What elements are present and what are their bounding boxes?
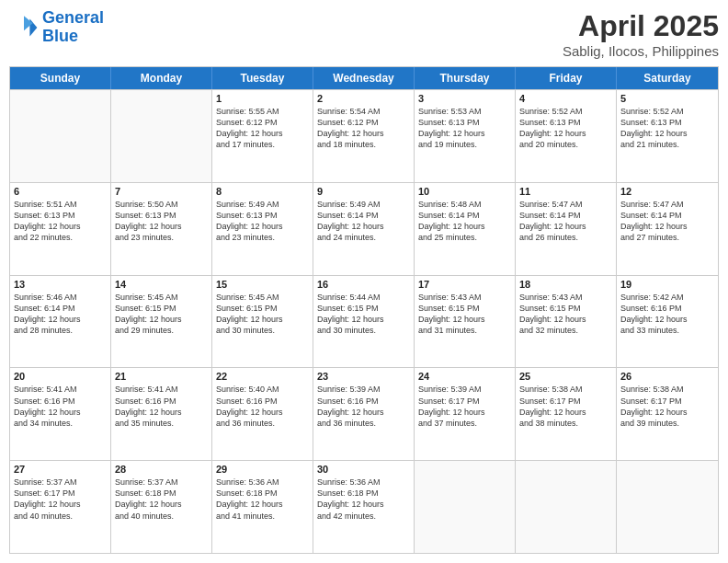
cell-text: Sunrise: 5:49 AM Sunset: 6:14 PM Dayligh… [317,199,410,244]
calendar-cell-4-0: 27Sunrise: 5:37 AM Sunset: 6:17 PM Dayli… [10,461,111,553]
calendar-cell-0-2: 1Sunrise: 5:55 AM Sunset: 6:12 PM Daylig… [212,90,313,182]
day-number: 4 [519,93,612,104]
header-day-friday: Friday [516,67,617,89]
cell-text: Sunrise: 5:38 AM Sunset: 6:17 PM Dayligh… [620,384,714,429]
calendar-cell-4-6 [617,461,718,553]
cell-text: Sunrise: 5:40 AM Sunset: 6:16 PM Dayligh… [216,384,309,429]
cell-text: Sunrise: 5:51 AM Sunset: 6:13 PM Dayligh… [14,199,107,244]
cell-text: Sunrise: 5:43 AM Sunset: 6:15 PM Dayligh… [418,292,511,337]
logo-text: General Blue [42,9,104,46]
day-number: 19 [620,279,714,290]
calendar-cell-4-2: 29Sunrise: 5:36 AM Sunset: 6:18 PM Dayli… [212,461,313,553]
day-number: 12 [620,186,714,197]
calendar-cell-2-5: 18Sunrise: 5:43 AM Sunset: 6:15 PM Dayli… [516,276,617,368]
header-day-monday: Monday [111,67,212,89]
cell-text: Sunrise: 5:47 AM Sunset: 6:14 PM Dayligh… [620,199,714,244]
header-day-wednesday: Wednesday [313,67,415,89]
cell-text: Sunrise: 5:55 AM Sunset: 6:12 PM Dayligh… [216,106,309,151]
day-number: 28 [115,464,208,475]
calendar-cell-2-6: 19Sunrise: 5:42 AM Sunset: 6:16 PM Dayli… [617,276,718,368]
day-number: 3 [418,93,511,104]
logo-line2: Blue [42,27,78,45]
day-number: 8 [216,186,309,197]
calendar-cell-1-2: 8Sunrise: 5:49 AM Sunset: 6:13 PM Daylig… [212,183,313,275]
calendar-cell-0-3: 2Sunrise: 5:54 AM Sunset: 6:12 PM Daylig… [313,90,415,182]
calendar-cell-1-6: 12Sunrise: 5:47 AM Sunset: 6:14 PM Dayli… [617,183,718,275]
svg-marker-0 [29,18,37,36]
day-number: 27 [14,464,107,475]
calendar-cell-1-4: 10Sunrise: 5:48 AM Sunset: 6:14 PM Dayli… [415,183,516,275]
day-number: 6 [14,186,107,197]
calendar-row-2: 13Sunrise: 5:46 AM Sunset: 6:14 PM Dayli… [10,275,718,368]
day-number: 14 [115,279,208,290]
calendar-cell-3-3: 23Sunrise: 5:39 AM Sunset: 6:16 PM Dayli… [313,368,415,460]
calendar-cell-4-5 [516,461,617,553]
calendar-cell-1-3: 9Sunrise: 5:49 AM Sunset: 6:14 PM Daylig… [313,183,415,275]
calendar-cell-2-4: 17Sunrise: 5:43 AM Sunset: 6:15 PM Dayli… [415,276,516,368]
calendar-cell-1-5: 11Sunrise: 5:47 AM Sunset: 6:14 PM Dayli… [516,183,617,275]
calendar-cell-3-6: 26Sunrise: 5:38 AM Sunset: 6:17 PM Dayli… [617,368,718,460]
day-number: 26 [620,371,714,382]
day-number: 11 [519,186,612,197]
calendar-cell-1-0: 6Sunrise: 5:51 AM Sunset: 6:13 PM Daylig… [10,183,111,275]
calendar-cell-0-1 [111,90,212,182]
calendar-cell-4-4 [415,461,516,553]
day-number: 15 [216,279,309,290]
header-day-thursday: Thursday [415,67,516,89]
header-day-tuesday: Tuesday [212,67,313,89]
cell-text: Sunrise: 5:41 AM Sunset: 6:16 PM Dayligh… [115,384,208,429]
cell-text: Sunrise: 5:38 AM Sunset: 6:17 PM Dayligh… [519,384,612,429]
cell-text: Sunrise: 5:43 AM Sunset: 6:15 PM Dayligh… [519,292,612,337]
calendar-row-4: 27Sunrise: 5:37 AM Sunset: 6:17 PM Dayli… [10,460,718,553]
calendar-cell-3-4: 24Sunrise: 5:39 AM Sunset: 6:17 PM Dayli… [415,368,516,460]
cell-text: Sunrise: 5:42 AM Sunset: 6:16 PM Dayligh… [620,292,714,337]
calendar-cell-2-0: 13Sunrise: 5:46 AM Sunset: 6:14 PM Dayli… [10,276,111,368]
calendar-cell-0-0 [10,90,111,182]
cell-text: Sunrise: 5:39 AM Sunset: 6:16 PM Dayligh… [317,384,410,429]
logo-line1: General [42,8,104,27]
title-block: April 2025 Sablig, Ilocos, Philippines [563,9,719,59]
cell-text: Sunrise: 5:53 AM Sunset: 6:13 PM Dayligh… [418,106,511,151]
cell-text: Sunrise: 5:50 AM Sunset: 6:13 PM Dayligh… [115,199,208,244]
cell-text: Sunrise: 5:52 AM Sunset: 6:13 PM Dayligh… [519,106,612,151]
calendar-cell-0-5: 4Sunrise: 5:52 AM Sunset: 6:13 PM Daylig… [516,90,617,182]
cell-text: Sunrise: 5:39 AM Sunset: 6:17 PM Dayligh… [418,384,511,429]
day-number: 24 [418,371,511,382]
logo: General Blue [9,9,104,46]
calendar-cell-3-5: 25Sunrise: 5:38 AM Sunset: 6:17 PM Dayli… [516,368,617,460]
day-number: 29 [216,464,309,475]
calendar-cell-3-0: 20Sunrise: 5:41 AM Sunset: 6:16 PM Dayli… [10,368,111,460]
calendar-cell-3-2: 22Sunrise: 5:40 AM Sunset: 6:16 PM Dayli… [212,368,313,460]
cell-text: Sunrise: 5:45 AM Sunset: 6:15 PM Dayligh… [115,292,208,337]
calendar-cell-2-1: 14Sunrise: 5:45 AM Sunset: 6:15 PM Dayli… [111,276,212,368]
cell-text: Sunrise: 5:45 AM Sunset: 6:15 PM Dayligh… [216,292,309,337]
day-number: 5 [620,93,714,104]
calendar-row-3: 20Sunrise: 5:41 AM Sunset: 6:16 PM Dayli… [10,367,718,460]
day-number: 9 [317,186,410,197]
cell-text: Sunrise: 5:49 AM Sunset: 6:13 PM Dayligh… [216,199,309,244]
day-number: 23 [317,371,410,382]
day-number: 20 [14,371,107,382]
day-number: 17 [418,279,511,290]
day-number: 30 [317,464,410,475]
cell-text: Sunrise: 5:41 AM Sunset: 6:16 PM Dayligh… [14,384,107,429]
calendar-row-0: 1Sunrise: 5:55 AM Sunset: 6:12 PM Daylig… [10,89,718,182]
calendar-header: SundayMondayTuesdayWednesdayThursdayFrid… [10,67,718,89]
calendar: SundayMondayTuesdayWednesdayThursdayFrid… [9,66,719,554]
header-day-saturday: Saturday [617,67,718,89]
logo-icon [9,13,39,42]
header-day-sunday: Sunday [10,67,111,89]
day-number: 18 [519,279,612,290]
day-number: 22 [216,371,309,382]
calendar-cell-0-4: 3Sunrise: 5:53 AM Sunset: 6:13 PM Daylig… [415,90,516,182]
cell-text: Sunrise: 5:36 AM Sunset: 6:18 PM Dayligh… [216,477,309,522]
cell-text: Sunrise: 5:37 AM Sunset: 6:17 PM Dayligh… [14,477,107,522]
day-number: 10 [418,186,511,197]
cell-text: Sunrise: 5:52 AM Sunset: 6:13 PM Dayligh… [620,106,714,151]
calendar-cell-2-3: 16Sunrise: 5:44 AM Sunset: 6:15 PM Dayli… [313,276,415,368]
day-number: 16 [317,279,410,290]
day-number: 2 [317,93,410,104]
day-number: 21 [115,371,208,382]
main-title: April 2025 [563,9,719,43]
cell-text: Sunrise: 5:47 AM Sunset: 6:14 PM Dayligh… [519,199,612,244]
